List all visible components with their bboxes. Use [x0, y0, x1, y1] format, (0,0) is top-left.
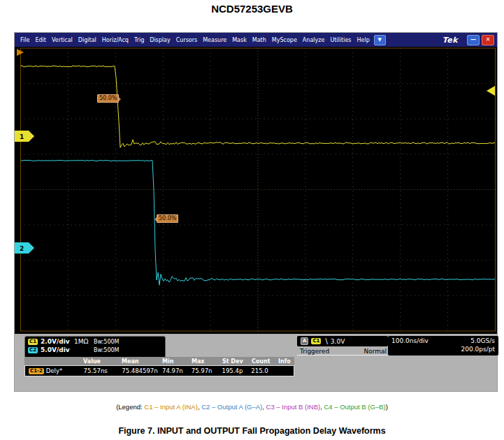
trigger-slope-icon: \ — [325, 337, 327, 345]
trigger-source-badge: C1 — [311, 338, 321, 344]
minimize-icon: — — [470, 36, 476, 43]
channel1-bandwidth: Bw:500M — [94, 339, 119, 345]
channel1-scale: 2.0V/div — [41, 338, 74, 345]
channel2-readout: C2 5.0V/div Bw:500M — [27, 346, 164, 354]
channel1-number: 1 — [20, 133, 24, 140]
figure-legend: (Legend: C1 – Input A (INA), C2 – Output… — [0, 403, 504, 411]
menubar-dropdown-button[interactable]: ▼ — [374, 35, 386, 45]
legend-item-c2: C2 – Output A (G–A) — [201, 403, 262, 411]
measurement-value: 75.57ns — [81, 367, 120, 374]
channel2-bandwidth: Bw:500M — [94, 347, 119, 353]
menu-item-mask[interactable]: Mask — [229, 37, 250, 43]
legend-item-c3: C3 – Input B (INB) — [266, 403, 321, 411]
channel2-number: 2 — [20, 245, 24, 252]
measurement-header-min: Min — [159, 358, 189, 365]
tek-logo: Tek — [442, 36, 458, 45]
waveform-display: 1 2 50.0% 50.0% — [15, 47, 497, 334]
menu-item-vertical[interactable]: Vertical — [49, 37, 75, 43]
trigger-level-arrow-icon[interactable] — [487, 86, 495, 96]
measurement-row[interactable]: C1-2 Dely* 75.57ns 75.484597n 74.97n 75.… — [24, 365, 294, 376]
measurement-source-badge: C1-2 — [29, 368, 44, 374]
menu-item-analyze[interactable]: Analyze — [300, 37, 328, 43]
measurement-mean: 75.484597n — [119, 367, 159, 374]
measurement-table: Value Mean Min Max St Dev Count Info C1-… — [24, 357, 294, 376]
measurement-name-cell: C1-2 Dely* — [25, 367, 81, 374]
measurement-header-mean: Mean — [119, 358, 159, 365]
channel1-reference-marker[interactable]: 1 — [15, 131, 34, 142]
channel2-scale: 5.0V/div — [41, 346, 74, 353]
oscilloscope-window: File Edit Vertical Digital Horiz/Acq Tri… — [15, 33, 497, 391]
sample-rate: 5.0GS/s — [470, 337, 495, 345]
channel1-badge: C1 — [28, 339, 38, 345]
scope-menubar: File Edit Vertical Digital Horiz/Acq Tri… — [15, 33, 497, 47]
channel2-badge: C2 — [28, 347, 38, 353]
trigger-state-line: Triggered Normal — [297, 348, 389, 355]
menu-item-help[interactable]: Help — [354, 37, 372, 43]
graticule-grid: 1 2 — [15, 47, 497, 334]
chevron-down-icon: ▼ — [378, 37, 382, 43]
trigger-mode-badge: A — [301, 337, 308, 345]
measurement-header-count: Count — [249, 358, 275, 365]
measurement-stdev: 195.4p — [219, 367, 249, 374]
timebase: 100.0ns/div — [391, 337, 429, 345]
legend-prefix: (Legend: — [116, 403, 144, 411]
minimize-button[interactable]: — — [467, 35, 480, 45]
horizontal-readout-box[interactable]: 100.0ns/div 5.0GS/s 200.0ps/pt — [388, 336, 498, 355]
ref-level-marker-c2: 50.0% — [157, 214, 178, 223]
menu-item-display[interactable]: Display — [147, 37, 173, 43]
measurement-min: 74.97n — [159, 367, 189, 374]
measurement-header-row: Value Mean Min Max St Dev Count Info — [24, 357, 294, 365]
legend-item-c4: C4 – Output B (G–B) — [324, 403, 385, 411]
trigger-readout-box[interactable]: A C1 \ 3.0V — [297, 336, 388, 346]
measurement-name: Dely* — [46, 367, 62, 374]
vertical-readout-box[interactable]: C1 2.0V/div 1MΩ Bw:500M C2 5.0V/div Bw:5… — [24, 336, 166, 358]
close-button[interactable]: ✕ — [482, 35, 494, 45]
channel1-impedance: 1MΩ — [74, 338, 94, 345]
trigger-level: 3.0V — [331, 338, 345, 345]
trigger-type: Normal — [363, 348, 387, 355]
legend-item-c1: C1 – Input A (INA) — [144, 403, 198, 411]
menu-item-cursors[interactable]: Cursors — [173, 37, 200, 43]
menu-item-file[interactable]: File — [17, 37, 32, 43]
ref-level-marker-c1: 50.0% — [97, 94, 119, 103]
channel1-readout: C1 2.0V/div 1MΩ Bw:500M — [27, 337, 164, 346]
menu-item-edit[interactable]: Edit — [32, 37, 49, 43]
menu-item-math[interactable]: Math — [250, 37, 269, 43]
measurement-count: 215.0 — [248, 367, 275, 374]
menu-item-utilities[interactable]: Utilities — [327, 37, 354, 43]
record-resolution: 200.0ps/pt — [461, 345, 495, 353]
trigger-state: Triggered — [300, 348, 329, 355]
scope-status-bar: C1 2.0V/div 1MΩ Bw:500M C2 5.0V/div Bw:5… — [15, 334, 497, 391]
page-title: NCD57253GEVB — [0, 3, 504, 15]
measurement-header-stdev: St Dev — [219, 358, 249, 365]
menu-item-digital[interactable]: Digital — [75, 37, 99, 43]
measurement-header-max: Max — [189, 358, 219, 365]
close-icon: ✕ — [486, 36, 491, 43]
document-page: NCD57253GEVB File Edit Vertical Digital … — [0, 0, 504, 440]
menu-item-measure[interactable]: Measure — [200, 37, 229, 43]
legend-suffix: ) — [386, 403, 388, 411]
measurement-header-info: Info — [275, 358, 294, 365]
menu-item-trig[interactable]: Trig — [131, 37, 147, 43]
menu-item-myscope[interactable]: MyScope — [269, 37, 300, 43]
measurement-header-value: Value — [80, 358, 119, 365]
channel2-reference-marker[interactable]: 2 — [15, 242, 34, 254]
menu-item-horizacq[interactable]: Horiz/Acq — [99, 37, 131, 43]
figure-caption: Figure 7. INPUT and OUTPUT Fall Propagat… — [0, 426, 504, 436]
measurement-max: 75.97n — [189, 367, 219, 374]
